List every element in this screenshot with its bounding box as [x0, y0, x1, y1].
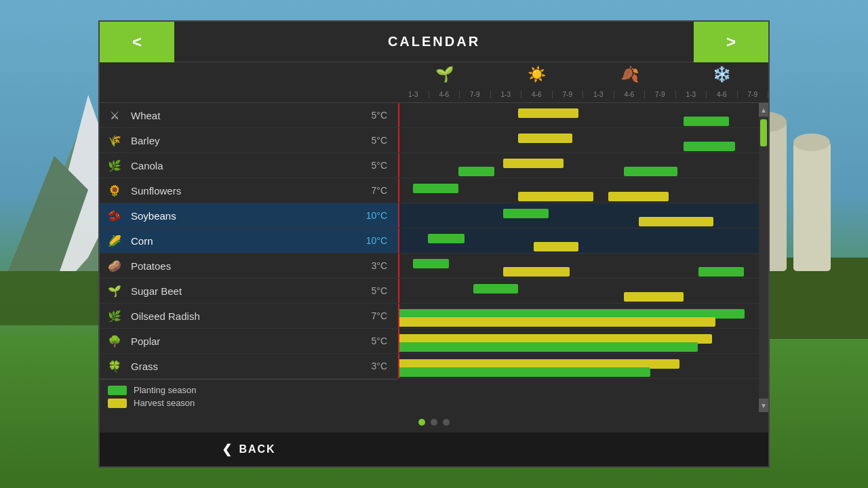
tick-group-2: 1-34-67-9: [583, 91, 676, 98]
scroll-down[interactable]: ▼: [759, 399, 768, 412]
crop-icon-2: 🌿: [105, 156, 124, 175]
chart-row-10: [398, 354, 759, 379]
crop-name-0: Wheat: [131, 110, 355, 121]
crop-name-1: Barley: [131, 135, 355, 146]
crop-temp-6: 3°C: [355, 260, 393, 271]
legend-label-0: Planting season: [134, 385, 197, 395]
time-marker: [398, 253, 399, 278]
legend-item-1: Harvest season: [108, 398, 390, 408]
crop-icon-9: 🌳: [105, 331, 124, 350]
crop-name-9: Poplar: [131, 336, 355, 347]
crop-icon-10: 🍀: [105, 357, 124, 375]
crop-icon-5: 🌽: [105, 231, 124, 250]
tick-label: 1-3: [676, 91, 707, 98]
season-icon-3: ❄️: [713, 66, 731, 83]
bar-0-0: [518, 108, 578, 118]
time-marker: [398, 178, 399, 203]
pagination: [100, 412, 768, 432]
bar-6-2: [698, 267, 744, 277]
bar-6-1: [503, 267, 570, 277]
tick-label: 1-3: [491, 91, 522, 98]
tick-label: 7-9: [460, 91, 491, 98]
bar-8-1: [398, 317, 715, 327]
tick-group-3: 1-34-67-9: [676, 91, 769, 98]
crop-row-5[interactable]: 🌽Corn10°C: [100, 228, 398, 253]
bar-1-1: [684, 142, 734, 151]
time-marker: [398, 304, 399, 328]
bar-3-1: [518, 192, 593, 201]
legend-color-1: [108, 399, 127, 408]
crop-row-2[interactable]: 🌿Canola5°C: [100, 153, 398, 178]
chart-scroll[interactable]: [398, 103, 759, 412]
crop-row-0[interactable]: ⚔Wheat5°C: [100, 103, 398, 128]
tick-label: 7-9: [645, 91, 676, 98]
chart-row-2: [398, 153, 759, 178]
crop-temp-5: 10°C: [355, 235, 393, 246]
season-icon-group-2: 🍂: [583, 66, 676, 83]
bar-5-0: [428, 234, 464, 243]
back-button[interactable]: ❮ BACK: [100, 432, 398, 466]
crop-temp-8: 7°C: [355, 310, 393, 321]
next-button[interactable]: >: [694, 22, 768, 62]
back-label: BACK: [239, 443, 275, 455]
bar-0-2: [684, 117, 729, 126]
crop-row-10[interactable]: 🍀Grass3°C: [100, 354, 398, 379]
header: < CALENDAR >: [100, 22, 768, 62]
crop-row-3[interactable]: 🌻Sunflowers7°C: [100, 178, 398, 203]
crop-temp-3: 7°C: [355, 185, 393, 196]
crop-icon-6: 🥔: [105, 256, 124, 275]
back-arrow-icon: ❮: [222, 442, 233, 457]
chart-row-1: [398, 128, 759, 153]
tick-label: 1-3: [398, 91, 429, 98]
tick-group-0: 1-34-67-9: [398, 91, 491, 98]
bar-10-1: [398, 367, 650, 377]
crop-name-4: Soybeans: [131, 210, 355, 222]
crop-row-9[interactable]: 🌳Poplar5°C: [100, 329, 398, 354]
pagination-dot-2[interactable]: [443, 419, 450, 426]
chart-row-7: [398, 279, 759, 304]
crop-icon-3: 🌻: [105, 181, 124, 200]
crop-icon-7: 🌱: [105, 281, 124, 300]
crop-row-1[interactable]: 🌾Barley5°C: [100, 128, 398, 153]
crop-row-6[interactable]: 🥔Potatoes3°C: [100, 253, 398, 279]
time-marker: [398, 279, 399, 303]
season-icon-1: ☀️: [528, 66, 546, 83]
crop-temp-7: 5°C: [355, 285, 393, 296]
scrollbar[interactable]: ▲ ▼: [759, 103, 768, 412]
crop-temp-10: 3°C: [355, 361, 393, 371]
tick-label: 4-6: [521, 91, 553, 98]
crop-temp-4: 10°C: [355, 210, 393, 221]
svg-point-8: [793, 134, 830, 151]
crop-name-8: Oilseed Radish: [131, 310, 355, 322]
tick-label: 1-3: [583, 91, 614, 98]
scroll-up[interactable]: ▲: [759, 103, 768, 117]
pagination-dot-0[interactable]: [418, 419, 425, 426]
bar-3-2: [608, 192, 669, 201]
next-icon: >: [726, 33, 736, 52]
tick-label: 4-6: [429, 91, 460, 98]
crop-name-2: Canola: [131, 160, 355, 171]
time-marker: [398, 153, 399, 178]
crop-temp-2: 5°C: [355, 160, 393, 171]
tick-label: 7-9: [738, 91, 769, 98]
crop-row-4[interactable]: 🫘Soybeans10°C: [100, 203, 398, 228]
crop-row-8[interactable]: 🌿Oilseed Radish7°C: [100, 304, 398, 329]
chart-row-8: [398, 304, 759, 329]
crop-name-7: Sugar Beet: [131, 285, 355, 297]
bar-6-0: [413, 259, 449, 268]
legend: Planting seasonHarvest season: [100, 379, 398, 412]
bar-2-1: [458, 167, 494, 176]
legend-item-0: Planting season: [108, 385, 390, 395]
tick-label: 4-6: [614, 91, 646, 98]
crop-icon-0: ⚔: [105, 106, 124, 125]
time-marker: [398, 203, 399, 228]
season-header: 🌱☀️🍂❄️ 1-34-67-91-34-67-91-34-67-91-34-6…: [398, 62, 768, 103]
prev-button[interactable]: <: [100, 22, 174, 62]
calendar-panel: < CALENDAR > ⚔Wheat5°C🌾Barley5°C🌿Canola5…: [98, 20, 770, 468]
time-marker: [398, 329, 399, 353]
crop-row-7[interactable]: 🌱Sugar Beet5°C: [100, 279, 398, 304]
pagination-dot-1[interactable]: [431, 419, 437, 426]
time-marker: [398, 103, 399, 127]
scroll-thumb[interactable]: [760, 119, 767, 146]
page-title: CALENDAR: [174, 34, 694, 49]
